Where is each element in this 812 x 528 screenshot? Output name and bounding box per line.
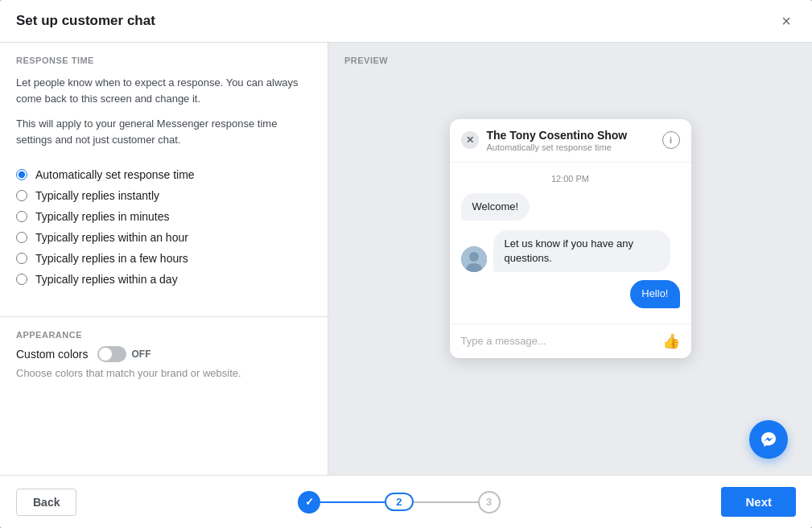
messenger-fab[interactable]	[749, 420, 788, 459]
response-time-desc1: Let people know when to expect a respons…	[0, 72, 328, 113]
custom-colors-row: Custom colors OFF	[16, 346, 311, 362]
radio-hour[interactable]: Typically replies within an hour	[16, 231, 311, 244]
radio-group: Automatically set response time Typicall…	[0, 154, 328, 307]
modal-header: Set up customer chat ×	[0, 0, 812, 43]
modal-title: Set up customer chat	[16, 13, 155, 29]
chat-response-time: Automatically set response time	[487, 142, 654, 152]
step-line-2	[414, 501, 478, 503]
radio-instant[interactable]: Typically replies instantly	[16, 189, 311, 202]
chat-page-name: The Tony Cosentino Show	[487, 129, 654, 142]
setup-modal: Set up customer chat × RESPONSE TIME Let…	[0, 0, 812, 528]
bot-bubble: Let us know if you have any questions.	[493, 230, 670, 272]
thumbs-up-button[interactable]: 👍	[662, 332, 680, 350]
close-button[interactable]: ×	[777, 11, 796, 31]
bot-msg-row: Let us know if you have any questions.	[461, 230, 680, 272]
steps-indicator: ✓ 2 3	[298, 491, 500, 514]
custom-colors-label: Custom colors	[16, 348, 88, 361]
chat-header-info: The Tony Cosentino Show Automatically se…	[487, 129, 654, 152]
chat-info-button[interactable]: i	[662, 131, 680, 149]
appearance-section-label: APPEARANCE	[0, 317, 328, 346]
welcome-bubble: Welcome!	[461, 193, 530, 221]
step-2-circle: 2	[396, 496, 402, 508]
response-time-section-label: RESPONSE TIME	[0, 43, 328, 72]
step-3-circle: 3	[478, 491, 501, 514]
radio-minutes[interactable]: Typically replies in minutes	[16, 210, 311, 223]
toggle-off-label: OFF	[131, 349, 150, 360]
custom-colors-toggle[interactable]	[97, 346, 126, 362]
step-line-1	[320, 501, 385, 503]
response-time-desc2: This will apply to your general Messenge…	[0, 113, 328, 154]
welcome-bubble-wrapper: Welcome!	[461, 193, 680, 224]
toggle-wrapper: OFF	[97, 346, 150, 362]
colors-desc: Choose colors that match your brand or w…	[16, 367, 311, 379]
right-panel: PREVIEW ✕ The Tony Cosentino Show Automa…	[328, 43, 812, 475]
chat-input-placeholder[interactable]: Type a message...	[461, 335, 656, 347]
modal-body: RESPONSE TIME Let people know when to ex…	[0, 43, 812, 475]
messenger-icon	[757, 428, 780, 451]
left-panel: RESPONSE TIME Let people know when to ex…	[0, 43, 328, 475]
radio-auto[interactable]: Automatically set response time	[16, 168, 311, 181]
step-2-box: 2	[385, 493, 413, 511]
chat-input-area: Type a message... 👍	[450, 324, 691, 358]
back-button[interactable]: Back	[16, 489, 76, 516]
svg-point-3	[757, 428, 780, 451]
next-button[interactable]: Next	[721, 487, 796, 517]
user-bubble: Hello!	[630, 280, 679, 307]
preview-label: PREVIEW	[344, 56, 388, 65]
user-msg-wrapper: Hello!	[461, 280, 680, 307]
modal-footer: Back ✓ 2 3 Next	[0, 475, 812, 528]
chat-widget: ✕ The Tony Cosentino Show Automatically …	[450, 119, 691, 358]
radio-few-hours[interactable]: Typically replies in a few hours	[16, 252, 311, 265]
chat-header: ✕ The Tony Cosentino Show Automatically …	[450, 119, 691, 163]
chat-timestamp: 12:00 PM	[461, 174, 680, 184]
svg-point-1	[469, 252, 479, 262]
step-1-circle: ✓	[298, 491, 320, 514]
radio-day[interactable]: Typically replies within a day	[16, 273, 311, 286]
page-avatar	[461, 246, 487, 272]
chat-messages: 12:00 PM Welcome! Let us know if you	[450, 163, 691, 324]
appearance-section: Custom colors OFF Choose colors that mat…	[0, 346, 328, 392]
chat-close-button[interactable]: ✕	[461, 131, 479, 149]
